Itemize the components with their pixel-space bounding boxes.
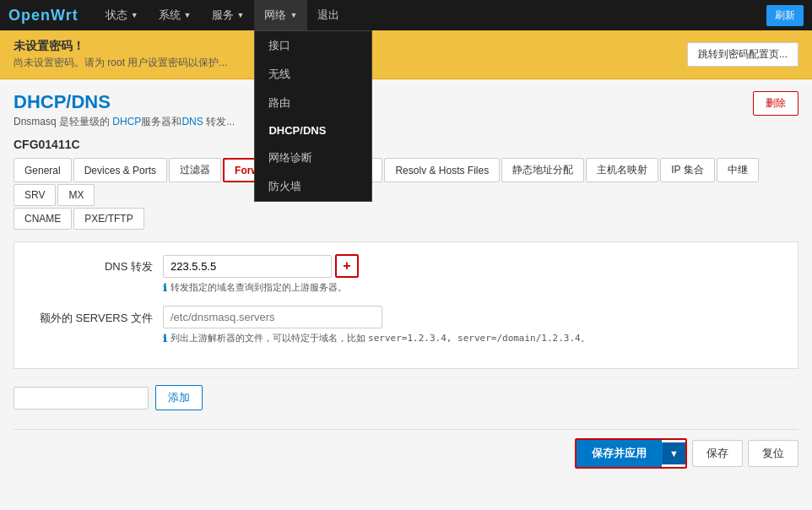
nav-network[interactable]: 网络 ▼ 接口 无线 路由 DHCP/DNS 网络诊断 防火墙 <box>254 0 307 30</box>
brand-logo: OpenWrt <box>8 7 78 24</box>
dropdown-dhcp[interactable]: DHCP/DNS <box>255 117 371 144</box>
add-row: 添加 <box>14 377 798 417</box>
footer-bar: 保存并应用 ▼ 保存 复位 <box>14 429 798 477</box>
section-title: CFG01411C <box>14 138 798 151</box>
nav-status-arrow: ▼ <box>131 11 138 19</box>
tab-ipset[interactable]: IP 集合 <box>660 158 714 182</box>
save-apply-button[interactable]: 保存并应用 <box>577 440 662 467</box>
tab-static[interactable]: 静态地址分配 <box>501 158 584 182</box>
brand-open: Open <box>8 7 51 24</box>
page-desc: Dnsmasq 是轻量级的 DHCP服务器和DNS 转发... <box>14 115 798 129</box>
save-apply-group: 保存并应用 ▼ <box>575 438 687 469</box>
nav-services-arrow: ▼ <box>237 11 245 19</box>
nav-system-arrow: ▼ <box>184 11 192 19</box>
nav-logout[interactable]: 退出 <box>307 0 349 30</box>
warning-banner: 未设置密码！ 尚未设置密码。请为 root 用户设置密码以保护... 跳转到密码… <box>0 30 812 79</box>
add-button[interactable]: 添加 <box>155 385 203 410</box>
dns-forward-add-button[interactable]: + <box>335 254 359 278</box>
dns-forward-help-icon: ℹ <box>163 282 167 294</box>
dropdown-routing[interactable]: 路由 <box>255 89 371 117</box>
nav-system[interactable]: 系统 ▼ <box>149 0 202 30</box>
tabs-row1: General Devices & Ports 过滤器 Forwards Lim… <box>14 158 798 206</box>
dhcp-link[interactable]: DHCP <box>112 116 141 128</box>
refresh-button[interactable]: 刷新 <box>766 5 804 26</box>
tabs-row2: CNAME PXE/TFTP <box>14 208 798 230</box>
tab-resolv[interactable]: Resolv & Hosts Files <box>384 158 500 182</box>
warning-text: 尚未设置密码。请为 root 用户设置密码以保护... <box>14 56 227 70</box>
tab-cname[interactable]: CNAME <box>14 208 72 230</box>
nav-status[interactable]: 状态 ▼ <box>95 0 149 30</box>
servers-file-help-icon: ℹ <box>163 333 167 345</box>
servers-file-row: 额外的 SERVERS 文件 ℹ 列出上游解析器的文件，可以特定于域名，比如 s… <box>28 306 784 345</box>
delete-button[interactable]: 删除 <box>753 91 798 116</box>
warning-title: 未设置密码！ <box>14 39 227 54</box>
tab-general[interactable]: General <box>14 158 72 182</box>
servers-file-input[interactable] <box>163 306 382 328</box>
dropdown-wireless[interactable]: 无线 <box>255 60 371 89</box>
tab-relay[interactable]: 中继 <box>717 158 759 182</box>
save-apply-arrow-button[interactable]: ▼ <box>662 442 685 464</box>
page-title: DHCP/DNS <box>14 91 798 113</box>
nav-services[interactable]: 服务 ▼ <box>202 0 255 30</box>
form-section: DNS 转发 + ℹ 转发指定的域名查询到指定的上游服务器。 额外的 SERVE… <box>14 241 798 369</box>
servers-file-control: ℹ 列出上游解析器的文件，可以特定于域名，比如 server=1.2.3.4, … <box>163 306 784 345</box>
topnav: OpenWrt 状态 ▼ 系统 ▼ 服务 ▼ 网络 ▼ 接口 无线 路由 DHC… <box>0 0 812 30</box>
add-input[interactable] <box>14 387 149 410</box>
password-config-button[interactable]: 跳转到密码配置页... <box>687 42 798 67</box>
servers-file-help: ℹ 列出上游解析器的文件，可以特定于域名，比如 server=1.2.3.4, … <box>163 332 784 345</box>
save-button[interactable]: 保存 <box>692 440 743 467</box>
dns-forward-control: + ℹ 转发指定的域名查询到指定的上游服务器。 <box>163 254 784 294</box>
dns-forward-label: DNS 转发 <box>28 254 163 274</box>
network-dropdown: 接口 无线 路由 DHCP/DNS 网络诊断 防火墙 <box>254 30 372 202</box>
dns-forward-help: ℹ 转发指定的域名查询到指定的上游服务器。 <box>163 281 784 294</box>
dropdown-firewall[interactable]: 防火墙 <box>255 172 371 201</box>
reset-button[interactable]: 复位 <box>748 440 798 467</box>
nav-network-arrow: ▼ <box>290 11 297 19</box>
tab-hostname[interactable]: 主机名映射 <box>586 158 658 182</box>
dns-forward-input[interactable] <box>163 255 332 278</box>
dns-forward-row: DNS 转发 + ℹ 转发指定的域名查询到指定的上游服务器。 <box>28 254 784 294</box>
dns-link[interactable]: DNS <box>181 116 203 128</box>
tab-filter[interactable]: 过滤器 <box>169 158 221 182</box>
tab-devices[interactable]: Devices & Ports <box>73 158 167 182</box>
dropdown-diagnostics[interactable]: 网络诊断 <box>255 144 371 172</box>
brand-wrt: Wrt <box>51 7 78 24</box>
tab-srv[interactable]: SRV <box>14 184 56 206</box>
main-content: 删除 DHCP/DNS Dnsmasq 是轻量级的 DHCP服务器和DNS 转发… <box>0 79 812 489</box>
dropdown-interface[interactable]: 接口 <box>255 31 371 60</box>
tab-pxe[interactable]: PXE/TFTP <box>73 208 143 230</box>
servers-file-label: 额外的 SERVERS 文件 <box>28 306 163 326</box>
tab-mx[interactable]: MX <box>57 184 95 206</box>
